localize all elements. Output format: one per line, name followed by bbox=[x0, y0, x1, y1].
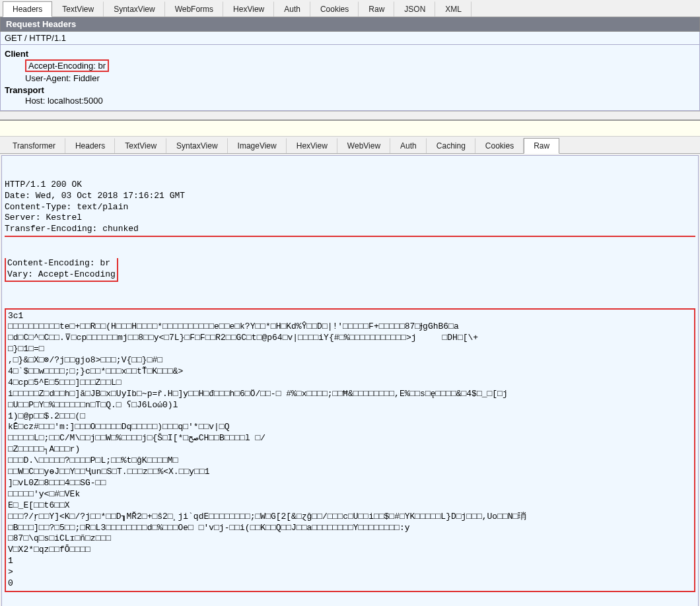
tab-json[interactable]: JSON bbox=[394, 1, 435, 17]
request-line: GET / HTTP/1.1 bbox=[0, 32, 700, 45]
tab-syntaxview[interactable]: SyntaxView bbox=[166, 138, 227, 153]
tab-raw[interactable]: Raw bbox=[359, 1, 394, 17]
tab-caching[interactable]: Caching bbox=[427, 138, 475, 153]
request-headers-area: ClientAccept-Encoding: brUser-Agent: Fid… bbox=[0, 45, 700, 111]
tab-raw[interactable]: Raw bbox=[524, 138, 559, 154]
tab-transformer[interactable]: Transformer bbox=[3, 138, 65, 153]
tab-headers[interactable]: Headers bbox=[3, 1, 52, 17]
header-line[interactable]: Accept-Encoding: br bbox=[23, 59, 695, 73]
tab-xml[interactable]: XML bbox=[435, 1, 472, 17]
header-group-transport: Transport bbox=[5, 85, 695, 95]
tab-hexview[interactable]: HexView bbox=[287, 138, 337, 153]
tab-syntaxview[interactable]: SyntaxView bbox=[104, 1, 164, 17]
tab-webforms[interactable]: WebForms bbox=[165, 1, 223, 17]
response-headers-highlighted: Content-Encoding: br Vary: Accept-Encodi… bbox=[5, 258, 118, 282]
tab-cookies[interactable]: Cookies bbox=[310, 1, 359, 17]
response-panel: TransformerHeadersTextViewSyntaxViewImag… bbox=[0, 137, 700, 606]
header-line[interactable]: Host: localhost:5000 bbox=[23, 95, 695, 106]
response-body-block: 3c1 □□□□□□□□□□te□+□□R□□(H□□□H□□□□*□□□□□□… bbox=[5, 308, 695, 592]
response-headers-top: HTTP/1.1 200 OK Date: Wed, 03 Oct 2018 1… bbox=[5, 180, 695, 237]
response-tabstrip: TransformerHeadersTextViewSyntaxViewImag… bbox=[0, 137, 700, 154]
splitter-bar[interactable] bbox=[0, 119, 700, 137]
header-line[interactable]: User-Agent: Fiddler bbox=[23, 73, 695, 84]
response-raw-pane[interactable]: HTTP/1.1 200 OK Date: Wed, 03 Oct 2018 1… bbox=[1, 155, 699, 606]
request-panel: HeadersTextViewSyntaxViewWebFormsHexView… bbox=[0, 0, 700, 112]
request-headers-title: Request Headers bbox=[0, 17, 700, 32]
tab-cookies[interactable]: Cookies bbox=[475, 138, 524, 153]
header-group-client: Client bbox=[5, 49, 695, 59]
tab-auth[interactable]: Auth bbox=[390, 138, 427, 153]
tab-textview[interactable]: TextView bbox=[115, 138, 166, 153]
tab-hexview[interactable]: HexView bbox=[223, 1, 274, 17]
tab-webview[interactable]: WebView bbox=[337, 138, 390, 153]
tab-auth[interactable]: Auth bbox=[274, 1, 310, 17]
tab-headers[interactable]: Headers bbox=[65, 138, 115, 153]
tab-textview[interactable]: TextView bbox=[52, 1, 104, 17]
request-tabstrip: HeadersTextViewSyntaxViewWebFormsHexView… bbox=[0, 0, 700, 17]
tab-imageview[interactable]: ImageView bbox=[228, 138, 287, 153]
